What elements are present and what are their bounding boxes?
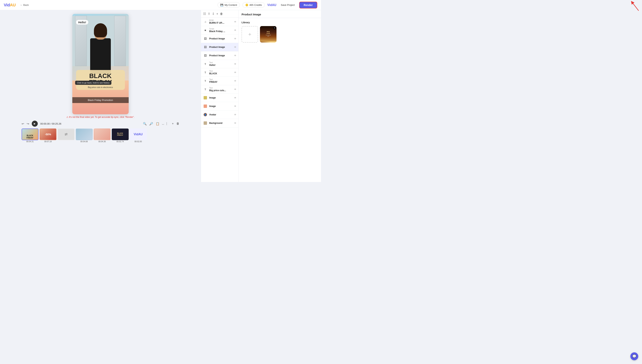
layer-eye-script[interactable]: 👁	[234, 29, 236, 32]
credits-label: 465 Credits	[249, 4, 262, 6]
layer-item-text-hello[interactable]: T Text Hello! 👁	[201, 60, 238, 68]
layer-name-product-image-3: Product Image	[209, 54, 232, 57]
layer-eye-bgm[interactable]: 👁	[234, 20, 236, 23]
timeline-item-5[interactable]: 00:04.36	[94, 128, 111, 142]
timeline-item-6[interactable]: BLACKFRIDAY 00:02.74	[112, 128, 129, 142]
layer-name-bgm: BURN IT UP....	[209, 22, 232, 24]
trim-icon[interactable]: ⎸	[167, 122, 169, 125]
layer-text-product-image-3: Product Image	[209, 54, 232, 57]
layer-name-bigprice: Big price cuts...	[209, 89, 232, 92]
timeline-thumb-1: BLACKFRIDAY	[22, 128, 39, 140]
layer-item-product-image-1[interactable]: 🖼 Product Image 👁	[201, 34, 238, 43]
zoom-in-icon[interactable]: 🔎	[149, 122, 153, 126]
layer-item-product-image-3[interactable]: 🖼 Product Image 👁	[201, 52, 238, 60]
layer-text-product-image-2: Product Image	[209, 46, 232, 48]
layer-text-background: Background	[209, 122, 232, 124]
layer-item-script[interactable]: ■ Script Black Friday ... 👁	[201, 26, 238, 34]
avatar-hair	[94, 23, 107, 37]
delete-icon[interactable]: 🗑	[176, 122, 179, 125]
layer-item-background[interactable]: Background 👁	[201, 119, 238, 128]
timeline-time-7: 00:02.00	[135, 140, 142, 142]
layer-item-text-friday[interactable]: T Text FRIDAY 👁	[201, 77, 238, 85]
layer-item-product-image-2[interactable]: 🖼 Product Image 👁	[201, 43, 238, 52]
black-friday-overlay: BLACK FRIDAY Big price cuts in electroni…	[76, 70, 125, 90]
layer-eye-bigprice[interactable]: 👁	[234, 88, 236, 91]
add-icon[interactable]: +	[172, 122, 174, 125]
main-layout: Hello! BLACK FRIDAY Big price cuts in el…	[0, 10, 321, 182]
library-image-close[interactable]: ✕	[273, 26, 276, 30]
layer-item-avatar[interactable]: 👤 Avatar 👁	[201, 110, 238, 119]
layer-name-avatar: Avatar	[209, 113, 232, 116]
timeline-time-6: 00:02.74	[116, 140, 124, 142]
layer-eye-image-yellow[interactable]: 👁	[234, 96, 236, 99]
thumb-vidau-text: VidAU	[134, 133, 143, 136]
layer-name-hello: Hello!	[209, 64, 232, 66]
layer-text-image-peach: Image	[209, 105, 232, 108]
layer-eye-friday[interactable]: 👁	[234, 80, 236, 82]
library-title: Library	[241, 21, 318, 24]
credits-icon: 🪙	[245, 4, 248, 6]
layer-name-product-image-1: Product Image	[209, 37, 232, 40]
layer-item-bgm[interactable]: ♫ BGM BURN IT UP.... 👁	[201, 18, 238, 26]
property-header: Product Image	[238, 10, 321, 18]
timeline-thumb-7: VidAU	[130, 128, 147, 140]
redo-button[interactable]: ↪ Click to go back, hold to see history	[27, 122, 29, 126]
time-display: 00:00.00 / 00:25.26	[40, 122, 61, 125]
layers-move-up-icon[interactable]: ⇧	[208, 12, 210, 16]
layer-type-bgm: BGM	[209, 19, 232, 22]
zoom-out-icon[interactable]: 🔍	[143, 122, 147, 126]
layer-eye-avatar[interactable]: 👁	[234, 113, 236, 116]
layer-name-script: Black Friday ...	[209, 30, 232, 33]
layer-text-hello: Text Hello!	[209, 62, 232, 66]
undo-button[interactable]: ↩	[22, 122, 24, 126]
black-text: BLACK	[79, 72, 122, 79]
layer-eye-product-image-2[interactable]: 👁	[234, 46, 236, 48]
layer-item-image-yellow[interactable]: Image 👁	[201, 94, 238, 102]
tooltip-text: Click to go back, hold to see history	[77, 82, 110, 84]
layer-eye-image-peach[interactable]: 👁	[234, 105, 236, 108]
render-button[interactable]: Render	[299, 2, 317, 8]
layer-eye-product-image-3[interactable]: 👁	[234, 54, 236, 57]
subtitle-text: Big price cuts in electronics	[79, 86, 122, 88]
library-image-1[interactable]: MANCAVE THE MOVIE2PM ✕	[260, 26, 276, 42]
timeline-time-5: 00:04.36	[98, 140, 106, 142]
back-label: Back	[23, 4, 29, 6]
product-image-2-icon: 🖼	[203, 45, 208, 50]
layer-item-text-black[interactable]: T Text BLACK 👁	[201, 68, 238, 77]
layer-type-friday: Text	[209, 78, 232, 81]
layers-stack-icon[interactable]: ☷	[203, 12, 206, 16]
play-button[interactable]: ▶	[32, 121, 38, 127]
video-preview: Hello! BLACK FRIDAY Big price cuts in el…	[72, 14, 129, 114]
timeline-item-2[interactable]: -50% 00:07.18	[40, 128, 57, 142]
thumb-transition-icon: ⇄	[65, 132, 68, 136]
timeline-thumb-5	[94, 128, 111, 140]
back-button[interactable]: ← Back	[20, 4, 29, 6]
script-icon: ■	[203, 28, 208, 33]
credits-button[interactable]: 🪙 465 Credits	[242, 2, 265, 8]
copy-icon[interactable]: 📋	[156, 122, 159, 126]
library-image-subtext: THE MOVIE2PM	[266, 34, 271, 37]
layers-move-down-icon[interactable]: ⇩	[212, 12, 214, 16]
timeline-item-7[interactable]: VidAU 00:02.00	[130, 128, 147, 142]
layers-toolbar: ☷ ⇧ ⇩ + 🗑	[201, 10, 238, 18]
layer-type-script: Script	[209, 28, 232, 30]
layer-eye-black[interactable]: 👁	[234, 71, 236, 74]
layer-text-bigprice: Text Big price cuts...	[209, 87, 232, 92]
layers-delete-icon[interactable]: 🗑	[220, 12, 223, 16]
layers-add-icon[interactable]: +	[216, 12, 218, 16]
layer-item-text-bigprice[interactable]: T Text Big price cuts... 👁	[201, 85, 238, 94]
save-project-button[interactable]: Save Project	[279, 2, 296, 8]
library-add-button[interactable]: +	[241, 26, 258, 42]
layer-eye-background[interactable]: 👁	[234, 122, 236, 124]
split-icon[interactable]: ⎵	[162, 122, 164, 125]
layer-text-image-yellow: Image	[209, 96, 232, 99]
my-content-button[interactable]: 💾 My Content	[217, 2, 240, 8]
layer-text-avatar: Avatar	[209, 113, 232, 116]
timeline-item-1[interactable]: BLACKFRIDAY 00:04.31	[22, 128, 39, 142]
layer-item-image-peach[interactable]: Image 👁	[201, 102, 238, 110]
timeline-item-4[interactable]: 00:04.68	[76, 128, 93, 142]
timeline-item-3[interactable]: ⇄	[58, 128, 75, 142]
layer-eye-product-image-1[interactable]: 👁	[234, 37, 236, 40]
layer-eye-hello[interactable]: 👁	[234, 63, 236, 66]
warning-icon: ⚠	[66, 116, 68, 118]
